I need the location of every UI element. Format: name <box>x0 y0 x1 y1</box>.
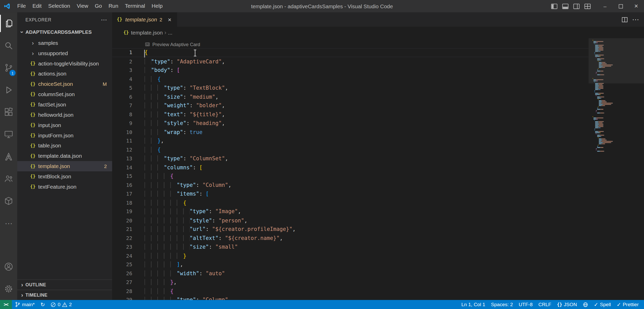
status-eol[interactable]: CRLF <box>536 300 554 309</box>
menu-selection[interactable]: Selection <box>45 0 73 12</box>
breadcrumb-file[interactable]: template.json <box>131 29 163 36</box>
status-problems[interactable]: 02 <box>48 300 75 309</box>
code-line-19[interactable]: 19 "type": "Image", <box>112 207 588 216</box>
code-line-26[interactable]: 26 "width": "auto" <box>112 269 588 278</box>
customize-layout-button[interactable] <box>582 0 593 12</box>
code-line-16[interactable]: 16 "type": "Column", <box>112 181 588 189</box>
menu-edit[interactable]: Edit <box>29 0 45 12</box>
code-line-27[interactable]: 27 }, <box>112 278 588 287</box>
activity-explorer[interactable] <box>0 12 17 35</box>
code-line-5[interactable]: 5 "type": "TextBlock", <box>112 83 588 92</box>
minimap-slider[interactable] <box>589 38 644 83</box>
activity-remote-explorer[interactable] <box>0 123 17 145</box>
editor-more-actions-icon[interactable]: ⋯ <box>632 16 639 23</box>
tree-item-helloworld.json[interactable]: {}helloworld.json <box>17 110 112 120</box>
tab-close-icon[interactable]: × <box>166 16 173 23</box>
activity-search[interactable] <box>0 35 17 57</box>
tree-item-textFeature.json[interactable]: {}textFeature.json <box>17 182 112 192</box>
status-encoding[interactable]: UTF-8 <box>516 300 536 309</box>
menu-help[interactable]: Help <box>148 0 166 12</box>
tree-item-action-toggleVisibility.json[interactable]: {}action-toggleVisibility.json <box>17 58 112 69</box>
window-close-button[interactable]: × <box>628 0 644 12</box>
code-line-29[interactable]: 29 "type": "Column", <box>112 295 588 300</box>
code-line-15[interactable]: 15 { <box>112 172 588 180</box>
timeline-section[interactable]: › TIMELINE <box>17 290 112 300</box>
code-line-12[interactable]: 12 { <box>112 145 588 154</box>
code-line-17[interactable]: 17 "items": [ <box>112 189 588 198</box>
window-minimize-button[interactable]: – <box>597 0 613 12</box>
tree-item-factSet.json[interactable]: {}factSet.json <box>17 99 112 110</box>
code-line-22[interactable]: 22 "altText": "${creator.name}", <box>112 233 588 242</box>
activity-containers[interactable] <box>0 190 17 212</box>
tree-item-actions.json[interactable]: {}actions.json <box>17 69 112 79</box>
status-cursor-position[interactable]: Ln 1, Col 1 <box>459 300 488 309</box>
layout-sidebar-right-button[interactable] <box>571 0 582 12</box>
explorer-more-actions-icon[interactable]: ⋯ <box>101 16 107 23</box>
code-line-6[interactable]: 6 "size": "medium", <box>112 92 588 101</box>
code-line-7[interactable]: 7 "weight": "bolder", <box>112 101 588 110</box>
tree-item-choiceSet.json[interactable]: {}choiceSet.jsonM <box>17 79 112 89</box>
minimap[interactable] <box>589 38 644 300</box>
code-line-24[interactable]: 24 } <box>112 251 588 260</box>
tree-item-columnSet.json[interactable]: {}columnSet.json <box>17 89 112 99</box>
status-ports[interactable] <box>580 300 591 309</box>
activity-settings[interactable] <box>0 278 17 300</box>
editor-group: {} template.json 2 × ⋯ {} template.json … <box>112 12 644 300</box>
code-editor[interactable]: Preview Adaptive Card 1{2 "type": "Adapt… <box>112 38 588 300</box>
tree-item-table.json[interactable]: {}table.json <box>17 140 112 151</box>
breadcrumb-more[interactable]: ... <box>168 29 172 36</box>
tree-item-inputForm.json[interactable]: {}inputForm.json <box>17 130 112 140</box>
codelens-link[interactable]: Preview Adaptive Card <box>152 42 200 47</box>
menu-go[interactable]: Go <box>91 0 105 12</box>
code-line-18[interactable]: 18 { <box>112 198 588 207</box>
code-line-23[interactable]: 23 "size": "small" <box>112 243 588 251</box>
menu-terminal[interactable]: Terminal <box>122 0 148 12</box>
menu-run[interactable]: Run <box>105 0 122 12</box>
activity-source-control[interactable]: 1 <box>0 57 17 79</box>
activity-more[interactable]: ⋯ <box>0 212 17 234</box>
menu-view[interactable]: View <box>73 0 91 12</box>
status-branch[interactable]: main* <box>12 300 38 309</box>
code-line-14[interactable]: 14 "columns": [ <box>112 163 588 172</box>
code-line-21[interactable]: 21 "url": "${creator.profileImage}", <box>112 225 588 233</box>
code-line-2[interactable]: 2 "type": "AdaptiveCard", <box>112 57 588 66</box>
menu-file[interactable]: File <box>14 0 29 12</box>
tree-item-unsupported[interactable]: ›unsupported <box>17 48 112 59</box>
layout-panel-button[interactable] <box>560 0 571 12</box>
code-line-20[interactable]: 20 "style": "person", <box>112 216 588 225</box>
activity-azure[interactable] <box>0 145 17 168</box>
chevron-right-icon: › <box>164 29 166 36</box>
status-spell-checker[interactable]: ✓Spell <box>591 300 614 309</box>
code-line-1[interactable]: 1{ <box>112 48 588 57</box>
activity-extensions[interactable] <box>0 101 17 123</box>
status-prettier[interactable]: ✓Prettier <box>614 300 642 309</box>
code-line-9[interactable]: 9 "style": "heading", <box>112 119 588 128</box>
outline-section[interactable]: › OUTLINE <box>17 279 112 290</box>
code-line-25[interactable]: 25 ], <box>112 260 588 269</box>
tree-root-folder[interactable]: › ADAPTIVECARDSSAMPLES <box>17 27 112 37</box>
code-line-13[interactable]: 13 "type": "ColumnSet", <box>112 154 588 163</box>
status-remote[interactable]: >< <box>0 300 12 309</box>
status-language[interactable]: {}JSON <box>554 300 580 309</box>
tree-item-samples[interactable]: ›samples <box>17 38 112 48</box>
code-line-11[interactable]: 11 }, <box>112 136 588 145</box>
window-maximize-button[interactable] <box>613 0 629 12</box>
tree-item-template.json[interactable]: {}template.json2 <box>17 161 112 171</box>
status-indentation[interactable]: Spaces: 2 <box>488 300 516 309</box>
activity-run-debug[interactable] <box>0 79 17 101</box>
code-line-28[interactable]: 28 { <box>112 287 588 295</box>
code-line-4[interactable]: 4 { <box>112 74 588 83</box>
status-label: Prettier <box>623 302 639 307</box>
split-editor-icon[interactable] <box>621 16 628 23</box>
tab-template-json[interactable]: {} template.json 2 × <box>112 12 177 27</box>
tree-item-input.json[interactable]: {}input.json <box>17 120 112 130</box>
tree-item-textBlock.json[interactable]: {}textBlock.json <box>17 171 112 182</box>
activity-teams[interactable] <box>0 168 17 190</box>
code-line-3[interactable]: 3 "body": [ <box>112 66 588 74</box>
code-line-8[interactable]: 8 "text": "${title}", <box>112 110 588 119</box>
code-line-10[interactable]: 10 "wrap": true <box>112 128 588 136</box>
tree-item-template.data.json[interactable]: {}template.data.json <box>17 151 112 161</box>
status-sync[interactable]: ↻ <box>38 300 48 309</box>
activity-account[interactable] <box>0 256 17 278</box>
layout-sidebar-left-button[interactable] <box>549 0 560 12</box>
